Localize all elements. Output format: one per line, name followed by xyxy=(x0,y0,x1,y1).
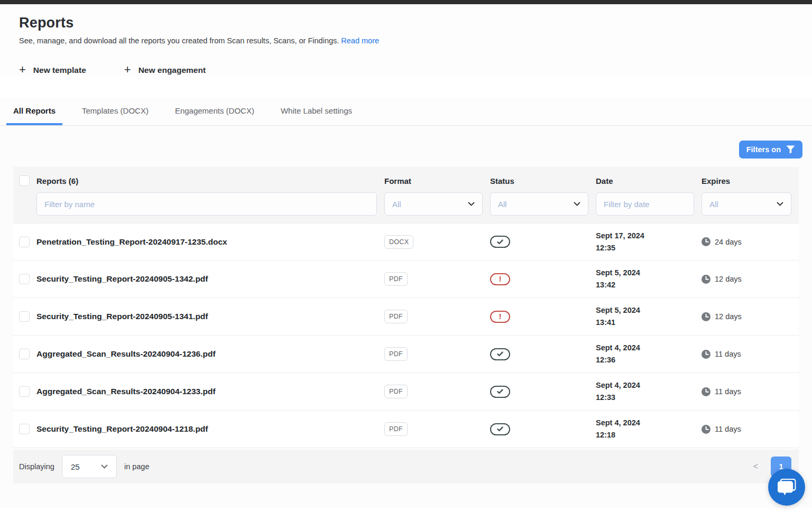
expires-value: 11 days xyxy=(715,387,741,396)
filter-funnel-icon xyxy=(786,145,795,154)
expires-filter-select[interactable]: All xyxy=(702,192,791,216)
format-badge: DOCX xyxy=(384,235,413,249)
report-file-name: Aggregated_Scan_Results-20240904-1233.pd… xyxy=(36,387,384,396)
main-content: Filters on Reports (6) Format Status Dat… xyxy=(0,126,812,508)
status-filter-select[interactable]: All xyxy=(490,192,588,216)
page-subtitle-text: See, manage, and download all the report… xyxy=(19,36,339,45)
format-badge: PDF xyxy=(384,422,408,436)
new-template-button[interactable]: + New template xyxy=(19,65,86,76)
row-checkbox[interactable] xyxy=(19,424,30,434)
page-title: Reports xyxy=(19,15,793,31)
table-footer: Displaying 25 in page < 1 xyxy=(13,450,799,483)
report-file-name: Security_Testing_Report-20240905-1342.pd… xyxy=(36,274,384,284)
column-header-format: Format xyxy=(384,176,490,185)
report-time: 12:36 xyxy=(596,354,702,366)
format-badge: PDF xyxy=(384,385,408,398)
clock-icon xyxy=(702,275,710,284)
format-badge: PDF xyxy=(384,272,408,286)
table-header: Reports (6) Format Status Date Expires A… xyxy=(13,167,799,223)
tabs-bar: All Reports Templates (DOCX) Engagements… xyxy=(0,98,812,126)
filters-on-label: Filters on xyxy=(746,145,781,154)
column-header-expires: Expires xyxy=(702,176,799,185)
format-badge: PDF xyxy=(384,347,408,361)
exclamation-icon: ! xyxy=(499,275,502,283)
report-date: Sept 4, 2024 xyxy=(596,342,702,354)
filters-toolbar: Filters on xyxy=(0,141,812,167)
plus-icon: + xyxy=(124,64,131,76)
displaying-label: Displaying xyxy=(19,462,54,471)
in-page-label: in page xyxy=(124,462,150,471)
status-badge[interactable]: ! xyxy=(490,423,510,435)
check-icon xyxy=(497,389,503,394)
report-date: Sept 5, 2024 xyxy=(596,267,702,279)
column-header-date: Date xyxy=(596,176,702,185)
clock-icon xyxy=(702,350,710,359)
clock-icon xyxy=(702,387,710,396)
table-row[interactable]: Penetration_Testing_Report-20240917-1235… xyxy=(13,223,799,260)
report-time: 13:42 xyxy=(596,279,702,291)
expires-value: 11 days xyxy=(715,350,741,358)
column-header-status: Status xyxy=(490,176,596,185)
report-date: Sept 4, 2024 xyxy=(596,417,702,429)
row-checkbox[interactable] xyxy=(19,237,30,247)
chat-widget-button[interactable] xyxy=(768,469,805,506)
page-size-select[interactable]: 25 xyxy=(62,455,117,478)
report-date: Sept 5, 2024 xyxy=(596,304,702,316)
name-filter-input[interactable] xyxy=(36,192,377,216)
check-icon xyxy=(497,426,503,432)
top-window-bar xyxy=(0,0,812,4)
expires-value: 11 days xyxy=(715,425,741,433)
tab-all-reports[interactable]: All Reports xyxy=(6,98,62,125)
status-badge[interactable]: ! xyxy=(490,236,510,248)
read-more-link[interactable]: Read more xyxy=(341,36,379,45)
format-badge: PDF xyxy=(384,310,408,323)
clock-icon xyxy=(702,425,710,434)
report-date: Sept 17, 2024 xyxy=(596,230,702,242)
expires-value: 24 days xyxy=(715,238,742,246)
clock-icon xyxy=(702,237,710,246)
filters-on-button[interactable]: Filters on xyxy=(739,141,802,159)
check-icon xyxy=(497,351,503,357)
table-row[interactable]: Aggregated_Scan_Results-20240904-1233.pd… xyxy=(13,373,799,411)
report-time: 12:35 xyxy=(596,242,702,254)
status-badge[interactable]: ! xyxy=(490,386,510,398)
expires-value: 12 days xyxy=(715,312,742,321)
format-filter-value: All xyxy=(392,200,401,209)
table-row[interactable]: Security_Testing_Report-20240905-1342.pd… xyxy=(13,260,799,298)
select-all-checkbox[interactable] xyxy=(19,175,30,186)
tab-engagements-docx[interactable]: Engagements (DOCX) xyxy=(168,98,261,125)
date-filter-input[interactable] xyxy=(596,192,694,216)
row-checkbox[interactable] xyxy=(19,274,30,284)
report-time: 13:41 xyxy=(596,316,702,329)
report-time: 12:33 xyxy=(596,392,702,404)
report-date: Sept 4, 2024 xyxy=(596,379,702,392)
reports-table: Reports (6) Format Status Date Expires A… xyxy=(13,167,799,483)
chevron-down-icon xyxy=(101,464,108,469)
plus-icon: + xyxy=(19,64,26,76)
table-row[interactable]: Aggregated_Scan_Results-20240904-1236.pd… xyxy=(13,336,799,373)
row-checkbox[interactable] xyxy=(19,311,30,322)
format-filter-select[interactable]: All xyxy=(384,192,483,216)
new-engagement-label: New engagement xyxy=(139,66,206,75)
table-row[interactable]: Security_Testing_Report-20240905-1341.pd… xyxy=(13,298,799,336)
row-checkbox[interactable] xyxy=(19,386,30,397)
expires-filter-value: All xyxy=(709,200,718,209)
table-body: Penetration_Testing_Report-20240917-1235… xyxy=(13,223,799,448)
table-row[interactable]: Security_Testing_Report-20240904-1218.pd… xyxy=(13,411,799,448)
page-size-value: 25 xyxy=(71,462,80,471)
chat-bubble-icon xyxy=(777,478,797,497)
previous-page-arrow[interactable]: < xyxy=(753,462,758,471)
row-checkbox[interactable] xyxy=(19,349,30,359)
report-file-name: Security_Testing_Report-20240905-1341.pd… xyxy=(36,312,384,321)
tab-templates-docx[interactable]: Templates (DOCX) xyxy=(75,98,155,125)
status-badge[interactable]: ! xyxy=(490,348,510,360)
new-template-label: New template xyxy=(33,66,86,75)
status-badge[interactable]: ! xyxy=(490,273,510,285)
check-icon xyxy=(497,239,503,245)
tab-white-label-settings[interactable]: White Label settings xyxy=(274,98,359,125)
new-engagement-button[interactable]: + New engagement xyxy=(124,65,206,76)
exclamation-icon: ! xyxy=(499,313,502,320)
status-badge[interactable]: ! xyxy=(490,311,510,323)
page-header: Reports See, manage, and download all th… xyxy=(0,4,812,45)
clock-icon xyxy=(702,312,710,321)
